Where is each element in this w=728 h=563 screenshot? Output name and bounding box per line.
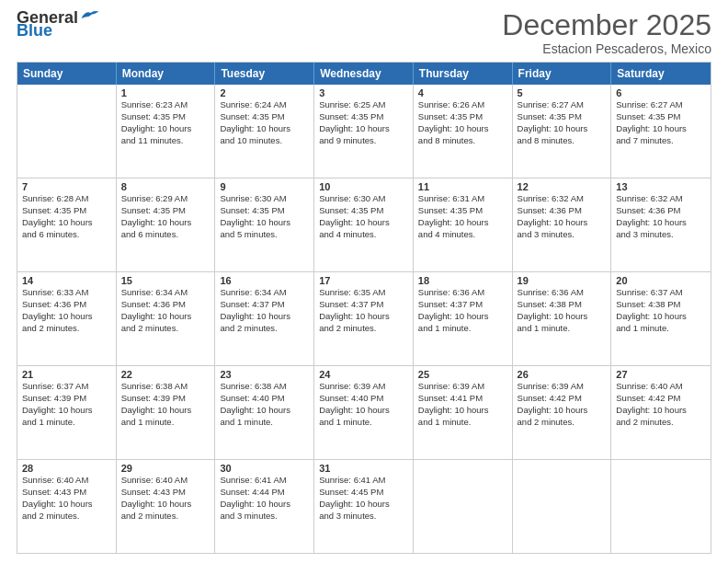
day-info: Sunrise: 6:28 AM Sunset: 4:35 PM Dayligh… — [22, 193, 111, 240]
calendar-body: 1Sunrise: 6:23 AM Sunset: 4:35 PM Daylig… — [17, 85, 711, 553]
day-number: 9 — [220, 181, 309, 192]
header-cell-wednesday: Wednesday — [314, 63, 414, 85]
day-info: Sunrise: 6:36 AM Sunset: 4:37 PM Dayligh… — [418, 287, 507, 334]
calendar-week-3: 14Sunrise: 6:33 AM Sunset: 4:36 PM Dayli… — [17, 271, 711, 365]
calendar-header-row: SundayMondayTuesdayWednesdayThursdayFrid… — [17, 63, 711, 85]
header-cell-tuesday: Tuesday — [215, 63, 314, 85]
day-info: Sunrise: 6:39 AM Sunset: 4:42 PM Dayligh… — [518, 381, 607, 428]
day-number: 7 — [22, 181, 111, 192]
calendar-day-6: 6Sunrise: 6:27 AM Sunset: 4:35 PM Daylig… — [611, 85, 711, 178]
day-info: Sunrise: 6:25 AM Sunset: 4:35 PM Dayligh… — [319, 99, 408, 146]
day-info: Sunrise: 6:26 AM Sunset: 4:35 PM Dayligh… — [418, 99, 507, 146]
calendar-day-20: 20Sunrise: 6:37 AM Sunset: 4:38 PM Dayli… — [611, 272, 711, 365]
day-number: 1 — [121, 87, 210, 98]
header-cell-sunday: Sunday — [17, 63, 117, 85]
calendar-day-12: 12Sunrise: 6:32 AM Sunset: 4:36 PM Dayli… — [513, 178, 612, 271]
calendar: SundayMondayTuesdayWednesdayThursdayFrid… — [17, 62, 711, 554]
day-number: 5 — [518, 87, 607, 98]
day-info: Sunrise: 6:39 AM Sunset: 4:40 PM Dayligh… — [319, 381, 408, 428]
day-number: 19 — [518, 275, 607, 286]
day-info: Sunrise: 6:31 AM Sunset: 4:35 PM Dayligh… — [418, 193, 507, 240]
calendar-day-31: 31Sunrise: 6:41 AM Sunset: 4:45 PM Dayli… — [314, 460, 414, 553]
calendar-week-2: 7Sunrise: 6:28 AM Sunset: 4:35 PM Daylig… — [17, 178, 711, 271]
month-title: December 2025 — [502, 9, 711, 41]
calendar-day-22: 22Sunrise: 6:38 AM Sunset: 4:39 PM Dayli… — [117, 366, 216, 459]
day-info: Sunrise: 6:34 AM Sunset: 4:37 PM Dayligh… — [220, 287, 309, 334]
header-cell-monday: Monday — [117, 63, 216, 85]
calendar-week-1: 1Sunrise: 6:23 AM Sunset: 4:35 PM Daylig… — [17, 85, 711, 178]
day-number: 25 — [418, 369, 507, 380]
day-info: Sunrise: 6:40 AM Sunset: 4:43 PM Dayligh… — [121, 475, 210, 522]
day-number: 8 — [121, 181, 210, 192]
calendar-day-9: 9Sunrise: 6:30 AM Sunset: 4:35 PM Daylig… — [215, 178, 314, 271]
day-number: 12 — [518, 181, 607, 192]
day-number: 31 — [319, 463, 408, 474]
logo-bird-icon — [80, 7, 100, 24]
day-info: Sunrise: 6:37 AM Sunset: 4:39 PM Dayligh… — [22, 381, 111, 428]
day-number: 11 — [418, 181, 507, 192]
day-number: 24 — [319, 369, 408, 380]
calendar-day-17: 17Sunrise: 6:35 AM Sunset: 4:37 PM Dayli… — [314, 272, 414, 365]
day-number: 16 — [220, 275, 309, 286]
calendar-day-4: 4Sunrise: 6:26 AM Sunset: 4:35 PM Daylig… — [414, 85, 513, 178]
calendar-day-empty — [513, 460, 612, 553]
calendar-day-1: 1Sunrise: 6:23 AM Sunset: 4:35 PM Daylig… — [117, 85, 216, 178]
day-info: Sunrise: 6:33 AM Sunset: 4:36 PM Dayligh… — [22, 287, 111, 334]
day-info: Sunrise: 6:38 AM Sunset: 4:39 PM Dayligh… — [121, 381, 210, 428]
header-cell-thursday: Thursday — [414, 63, 513, 85]
day-number: 21 — [22, 369, 111, 380]
day-number: 26 — [518, 369, 607, 380]
day-info: Sunrise: 6:34 AM Sunset: 4:36 PM Dayligh… — [121, 287, 210, 334]
day-info: Sunrise: 6:23 AM Sunset: 4:35 PM Dayligh… — [121, 99, 210, 146]
calendar-day-5: 5Sunrise: 6:27 AM Sunset: 4:35 PM Daylig… — [513, 85, 612, 178]
calendar-day-25: 25Sunrise: 6:39 AM Sunset: 4:41 PM Dayli… — [414, 366, 513, 459]
calendar-day-empty — [611, 460, 711, 553]
calendar-day-7: 7Sunrise: 6:28 AM Sunset: 4:35 PM Daylig… — [17, 178, 117, 271]
day-number: 18 — [418, 275, 507, 286]
day-info: Sunrise: 6:36 AM Sunset: 4:38 PM Dayligh… — [518, 287, 607, 334]
calendar-day-3: 3Sunrise: 6:25 AM Sunset: 4:35 PM Daylig… — [314, 85, 414, 178]
title-block: December 2025 Estacion Pescaderos, Mexic… — [502, 9, 711, 56]
page: General Blue December 2025 Estacion Pesc… — [0, 0, 728, 563]
day-number: 6 — [616, 87, 706, 98]
day-info: Sunrise: 6:32 AM Sunset: 4:36 PM Dayligh… — [616, 193, 706, 240]
day-number: 20 — [616, 275, 706, 286]
day-info: Sunrise: 6:38 AM Sunset: 4:40 PM Dayligh… — [220, 381, 309, 428]
calendar-day-13: 13Sunrise: 6:32 AM Sunset: 4:36 PM Dayli… — [611, 178, 711, 271]
calendar-day-10: 10Sunrise: 6:30 AM Sunset: 4:35 PM Dayli… — [314, 178, 414, 271]
day-info: Sunrise: 6:40 AM Sunset: 4:43 PM Dayligh… — [22, 475, 111, 522]
day-number: 23 — [220, 369, 309, 380]
calendar-week-5: 28Sunrise: 6:40 AM Sunset: 4:43 PM Dayli… — [17, 459, 711, 553]
header: General Blue December 2025 Estacion Pesc… — [17, 9, 711, 56]
day-number: 4 — [418, 87, 507, 98]
day-info: Sunrise: 6:41 AM Sunset: 4:45 PM Dayligh… — [319, 475, 408, 522]
calendar-day-18: 18Sunrise: 6:36 AM Sunset: 4:37 PM Dayli… — [414, 272, 513, 365]
day-info: Sunrise: 6:27 AM Sunset: 4:35 PM Dayligh… — [518, 99, 607, 146]
calendar-day-19: 19Sunrise: 6:36 AM Sunset: 4:38 PM Dayli… — [513, 272, 612, 365]
logo: General Blue — [17, 9, 100, 39]
day-number: 14 — [22, 275, 111, 286]
day-number: 17 — [319, 275, 408, 286]
calendar-day-empty — [414, 460, 513, 553]
day-number: 30 — [220, 463, 309, 474]
calendar-day-11: 11Sunrise: 6:31 AM Sunset: 4:35 PM Dayli… — [414, 178, 513, 271]
day-info: Sunrise: 6:37 AM Sunset: 4:38 PM Dayligh… — [616, 287, 706, 334]
calendar-day-24: 24Sunrise: 6:39 AM Sunset: 4:40 PM Dayli… — [314, 366, 414, 459]
day-number: 22 — [121, 369, 210, 380]
calendar-day-23: 23Sunrise: 6:38 AM Sunset: 4:40 PM Dayli… — [215, 366, 314, 459]
calendar-day-21: 21Sunrise: 6:37 AM Sunset: 4:39 PM Dayli… — [17, 366, 117, 459]
day-info: Sunrise: 6:24 AM Sunset: 4:35 PM Dayligh… — [220, 99, 309, 146]
day-number: 29 — [121, 463, 210, 474]
day-info: Sunrise: 6:32 AM Sunset: 4:36 PM Dayligh… — [518, 193, 607, 240]
calendar-day-29: 29Sunrise: 6:40 AM Sunset: 4:43 PM Dayli… — [117, 460, 216, 553]
calendar-day-15: 15Sunrise: 6:34 AM Sunset: 4:36 PM Dayli… — [117, 272, 216, 365]
day-info: Sunrise: 6:27 AM Sunset: 4:35 PM Dayligh… — [616, 99, 706, 146]
day-info: Sunrise: 6:30 AM Sunset: 4:35 PM Dayligh… — [319, 193, 408, 240]
day-number: 27 — [616, 369, 706, 380]
calendar-day-27: 27Sunrise: 6:40 AM Sunset: 4:42 PM Dayli… — [611, 366, 711, 459]
calendar-day-26: 26Sunrise: 6:39 AM Sunset: 4:42 PM Dayli… — [513, 366, 612, 459]
logo-blue: Blue — [17, 22, 52, 39]
day-info: Sunrise: 6:29 AM Sunset: 4:35 PM Dayligh… — [121, 193, 210, 240]
day-number: 15 — [121, 275, 210, 286]
calendar-day-2: 2Sunrise: 6:24 AM Sunset: 4:35 PM Daylig… — [215, 85, 314, 178]
